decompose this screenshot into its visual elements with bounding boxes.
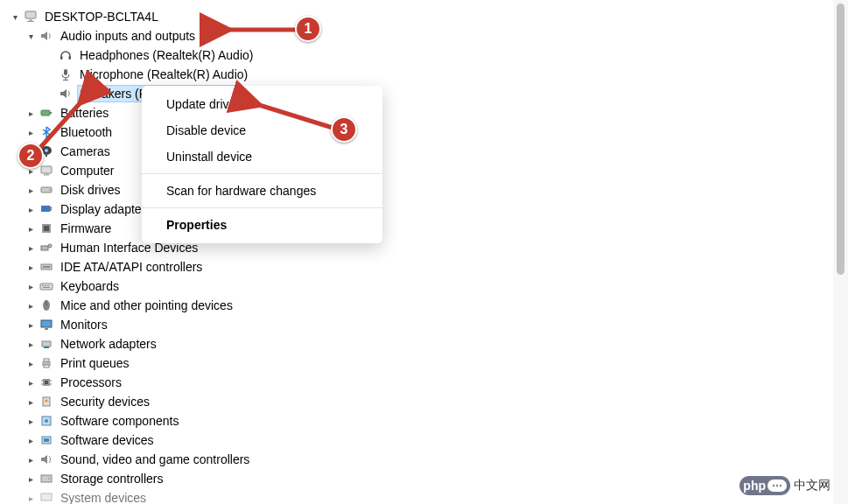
tree-node-network[interactable]: ▸ Network adapters xyxy=(9,334,848,354)
svg-rect-0 xyxy=(25,11,36,18)
svg-rect-37 xyxy=(44,365,49,368)
tree-node-security[interactable]: ▸ Security devices xyxy=(9,392,848,411)
chevron-right-icon[interactable]: ▸ xyxy=(25,434,37,446)
ctx-uninstall-device[interactable]: Uninstall device xyxy=(142,144,382,170)
svg-rect-4 xyxy=(69,56,72,60)
chevron-right-icon[interactable]: ▸ xyxy=(25,453,37,466)
tree-node-display[interactable]: ▸ Display adapters xyxy=(9,200,848,219)
svg-rect-12 xyxy=(41,166,52,173)
watermark: php⋯ 中文网 xyxy=(739,476,830,495)
svg-rect-31 xyxy=(41,320,52,327)
chevron-right-icon[interactable]: ▸ xyxy=(25,242,37,254)
node-label: Processors xyxy=(59,374,123,390)
svg-rect-28 xyxy=(43,287,50,288)
speaker-icon xyxy=(39,28,54,44)
software-component-icon xyxy=(39,413,54,429)
firmware-icon xyxy=(39,220,54,236)
node-label: Headphones (Realtek(R) Audio) xyxy=(78,47,255,63)
tree-node-headphones[interactable]: ▸ Headphones (Realtek(R) Audio) xyxy=(9,46,848,65)
tree-node-cameras[interactable]: ▸ Cameras xyxy=(9,142,848,161)
tree-node-speakers[interactable]: ▸ Speakers (Realtek(R) Audio) xyxy=(9,84,848,103)
sound-icon xyxy=(39,452,54,467)
svg-rect-52 xyxy=(41,494,52,500)
chevron-right-icon[interactable]: ▸ xyxy=(25,396,37,408)
node-label: Monitors xyxy=(59,317,109,332)
computer-icon xyxy=(23,9,39,24)
node-label: Mice and other pointing devices xyxy=(59,298,235,313)
tree-node-system[interactable]: ▸ System devices xyxy=(9,488,848,504)
tree-node-computer[interactable]: ▸ Computer xyxy=(9,161,848,180)
network-icon xyxy=(39,336,54,352)
chevron-right-icon[interactable]: ▸ xyxy=(25,492,37,504)
device-tree[interactable]: ▾ DESKTOP-BCLTA4L ▾ Audio inputs and out… xyxy=(0,0,848,504)
tree-node-swdev[interactable]: ▸ Software devices xyxy=(9,430,848,450)
svg-point-45 xyxy=(46,400,48,402)
svg-point-21 xyxy=(48,244,52,248)
disk-icon xyxy=(39,182,54,198)
tree-node-keyboards[interactable]: ▸ Keyboards xyxy=(9,276,848,296)
ctx-properties[interactable]: Properties xyxy=(142,212,382,238)
monitor-icon xyxy=(39,317,54,332)
display-adapter-icon xyxy=(39,201,54,217)
tree-node-monitors[interactable]: ▸ Monitors xyxy=(9,315,848,334)
node-label: Security devices xyxy=(59,394,151,410)
svg-rect-19 xyxy=(44,226,49,231)
chevron-right-icon[interactable]: ▸ xyxy=(25,299,37,312)
scrollbar-thumb[interactable] xyxy=(837,4,844,275)
chevron-right-icon[interactable]: ▸ xyxy=(25,184,37,196)
svg-rect-2 xyxy=(27,21,34,22)
tree-node-audio[interactable]: ▾ Audio inputs and outputs xyxy=(9,26,848,46)
tree-node-processors[interactable]: ▸ Processors xyxy=(9,373,848,392)
chevron-right-icon[interactable]: ▸ xyxy=(25,338,37,350)
node-label: System devices xyxy=(59,490,148,504)
chevron-right-icon[interactable]: ▸ xyxy=(25,318,37,331)
tree-node-ide[interactable]: ▸ IDE ATA/ATAPI controllers xyxy=(9,257,848,276)
tree-node-root[interactable]: ▾ DESKTOP-BCLTA4L xyxy=(9,7,848,26)
svg-line-55 xyxy=(256,104,333,128)
svg-point-15 xyxy=(49,189,51,191)
svg-rect-11 xyxy=(46,155,47,157)
system-icon xyxy=(39,490,54,504)
svg-rect-5 xyxy=(64,69,67,75)
chevron-right-icon[interactable]: ▸ xyxy=(25,203,37,215)
tree-node-disk[interactable]: ▸ Disk drives xyxy=(9,180,848,200)
tree-node-swcomp[interactable]: ▸ Software components xyxy=(9,411,848,430)
tree-node-storage[interactable]: ▸ Storage controllers xyxy=(9,469,848,488)
tree-node-mice[interactable]: ▸ Mice and other pointing devices xyxy=(9,296,848,315)
chevron-down-icon[interactable]: ▾ xyxy=(9,10,21,23)
vertical-scrollbar[interactable] xyxy=(833,0,848,504)
annotation-arrow xyxy=(249,99,337,134)
chevron-down-icon[interactable]: ▾ xyxy=(25,30,37,42)
tree-node-hid[interactable]: ▸ Human Interface Devices xyxy=(9,238,848,257)
chevron-right-icon[interactable]: ▸ xyxy=(25,376,37,388)
annotation-callout-1: 1 xyxy=(295,16,321,42)
annotation-arrow xyxy=(219,19,306,40)
annotation-callout-3: 3 xyxy=(331,116,357,143)
svg-rect-17 xyxy=(50,206,52,211)
headphones-icon xyxy=(58,47,74,63)
svg-point-51 xyxy=(48,478,50,480)
chevron-right-icon[interactable]: ▸ xyxy=(25,472,37,485)
chevron-right-icon[interactable]: ▸ xyxy=(25,222,37,234)
tree-node-printq[interactable]: ▸ Print queues xyxy=(9,354,848,373)
node-label: Software devices xyxy=(59,432,156,448)
chevron-right-icon[interactable]: ▸ xyxy=(25,415,37,427)
svg-rect-6 xyxy=(63,80,68,80)
software-device-icon xyxy=(39,432,54,448)
svg-rect-27 xyxy=(47,285,49,286)
chevron-right-icon[interactable]: ▸ xyxy=(25,261,37,273)
hid-icon xyxy=(39,240,54,256)
tree-node-batteries[interactable]: ▸ Batteries xyxy=(9,103,848,122)
chevron-right-icon[interactable]: ▸ xyxy=(25,357,37,369)
tree-node-bluetooth[interactable]: ▸ Bluetooth xyxy=(9,122,848,142)
chevron-right-icon[interactable]: ▸ xyxy=(25,280,37,292)
node-label: Sound, video and game controllers xyxy=(59,452,251,467)
watermark-dot: ⋯ xyxy=(767,480,787,492)
svg-rect-13 xyxy=(44,174,49,176)
tree-node-microphone[interactable]: ▸ Microphone (Realtek(R) Audio) xyxy=(9,65,848,84)
watermark-text: php xyxy=(743,479,766,493)
tree-node-firmware[interactable]: ▸ Firmware xyxy=(9,219,848,238)
tree-node-sound[interactable]: ▸ Sound, video and game controllers xyxy=(9,450,848,469)
ctx-scan-hardware[interactable]: Scan for hardware changes xyxy=(142,178,382,204)
keyboard-icon xyxy=(39,278,54,294)
